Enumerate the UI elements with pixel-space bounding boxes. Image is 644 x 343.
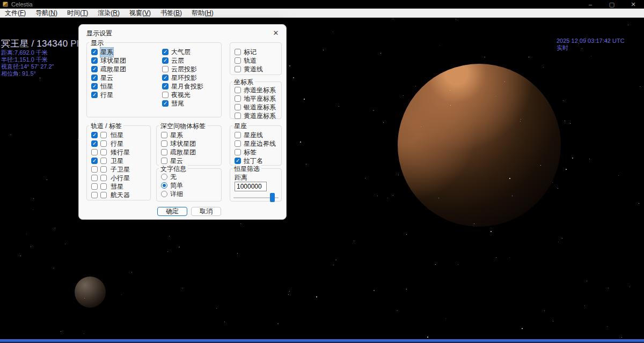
slider-handle[interactable] — [270, 193, 275, 202]
checkbox[interactable] — [161, 149, 167, 155]
checkbox-row-黄道线[interactable]: 黄道线 — [235, 65, 263, 73]
checkbox-row-彗尾[interactable]: 彗尾 — [162, 99, 203, 108]
checkbox-row-标签[interactable]: 标签 — [235, 148, 276, 156]
checkbox[interactable] — [91, 166, 98, 173]
checkbox-row-星环投影[interactable]: 星环投影 — [162, 73, 203, 82]
star-distance-slider[interactable] — [233, 194, 279, 202]
checkbox[interactable] — [162, 74, 169, 81]
radio-row-无[interactable]: 无 — [161, 173, 183, 181]
checkbox[interactable] — [162, 100, 169, 107]
checkbox-row-星座边界线[interactable]: 星座边界线 — [235, 139, 276, 148]
checkbox-row-地平座标系[interactable]: 地平座标系 — [235, 94, 276, 103]
checkbox-row-云层[interactable]: 云层 — [162, 56, 203, 65]
checkbox-row-卫星[interactable]: 卫星 — [91, 156, 130, 165]
star-distance-input[interactable] — [235, 182, 267, 191]
checkbox-row-赤道坐标系[interactable]: 赤道坐标系 — [235, 86, 276, 94]
menu-item-r[interactable]: 渲染(R) — [93, 9, 125, 18]
checkbox-row-恒星[interactable]: 恒星 — [91, 82, 126, 91]
checkbox-row-星系[interactable]: 星系 — [91, 48, 126, 56]
checkbox[interactable] — [235, 57, 241, 64]
checkbox[interactable] — [100, 140, 107, 147]
checkbox-row-黄道座标系[interactable]: 黄道座标系 — [235, 111, 276, 120]
checkbox[interactable] — [100, 158, 107, 164]
checkbox-row-星云[interactable]: 星云 — [91, 73, 126, 82]
checkbox[interactable] — [91, 83, 98, 90]
minimize-button[interactable]: – — [580, 0, 601, 9]
checkbox[interactable] — [235, 49, 241, 55]
checkbox[interactable] — [91, 140, 98, 147]
ok-button[interactable]: 确定 — [157, 207, 187, 216]
checkbox-row-云层投影[interactable]: 云层投影 — [162, 65, 203, 73]
menu-item-b[interactable]: 书签(B) — [156, 9, 187, 18]
checkbox-row-矮行星[interactable]: 矮行星 — [91, 148, 130, 156]
charon-sphere[interactable] — [75, 277, 106, 308]
checkbox-row-行星[interactable]: 行星 — [91, 139, 130, 148]
checkbox-row-子卫星[interactable]: 子卫星 — [91, 165, 130, 174]
checkbox[interactable] — [235, 149, 241, 155]
checkbox[interactable] — [91, 149, 98, 155]
dialog-close-icon[interactable]: ✕ — [271, 28, 281, 38]
checkbox[interactable] — [91, 183, 98, 190]
checkbox[interactable] — [91, 92, 98, 98]
radio-button[interactable] — [161, 182, 167, 189]
checkbox[interactable] — [91, 192, 98, 198]
radio-row-简单[interactable]: 简单 — [161, 181, 183, 190]
menu-item-h[interactable]: 帮助(H) — [187, 9, 218, 18]
radio-button[interactable] — [161, 191, 167, 197]
checkbox-row-行星[interactable]: 行星 — [91, 91, 126, 99]
checkbox[interactable] — [235, 113, 241, 119]
checkbox-row-航天器[interactable]: 航天器 — [91, 191, 130, 199]
checkbox[interactable] — [161, 158, 167, 164]
menu-item-f[interactable]: 文件(F) — [0, 9, 31, 18]
checkbox[interactable] — [235, 87, 241, 93]
checkbox[interactable] — [100, 192, 107, 198]
checkbox[interactable] — [100, 175, 107, 181]
checkbox-row-恒星[interactable]: 恒星 — [91, 131, 130, 139]
checkbox-row-疏散星团[interactable]: 疏散星团 — [161, 148, 196, 156]
radio-row-详细[interactable]: 详细 — [161, 190, 183, 198]
checkbox-row-星系[interactable]: 星系 — [161, 131, 196, 139]
checkbox[interactable] — [91, 49, 98, 55]
radio-button[interactable] — [161, 174, 167, 180]
checkbox-row-轨道[interactable]: 轨道 — [235, 56, 263, 65]
maximize-button[interactable]: ▢ — [601, 0, 623, 9]
checkbox-row-标记[interactable]: 标记 — [235, 48, 263, 56]
cancel-button[interactable]: 取消 — [191, 207, 221, 216]
checkbox[interactable] — [100, 149, 107, 155]
checkbox-row-星座线[interactable]: 星座线 — [235, 131, 276, 139]
checkbox[interactable] — [235, 132, 241, 138]
checkbox[interactable] — [161, 140, 167, 147]
checkbox[interactable] — [235, 104, 241, 110]
checkbox-row-球状星团[interactable]: 球状星团 — [91, 56, 126, 65]
checkbox[interactable] — [162, 57, 169, 64]
checkbox[interactable] — [161, 132, 167, 138]
checkbox[interactable] — [162, 66, 169, 72]
menu-item-n[interactable]: 导航(N) — [31, 9, 62, 18]
checkbox-row-银道座标系[interactable]: 银道座标系 — [235, 103, 276, 111]
checkbox[interactable] — [100, 183, 107, 190]
checkbox[interactable] — [91, 57, 98, 64]
checkbox[interactable] — [162, 92, 169, 98]
menu-item-v[interactable]: 视窗(V) — [125, 9, 156, 18]
checkbox-row-球状星团[interactable]: 球状星团 — [161, 139, 196, 148]
checkbox[interactable] — [91, 175, 98, 181]
checkbox[interactable] — [162, 83, 169, 90]
checkbox-row-大气层[interactable]: 大气层 — [162, 48, 203, 56]
checkbox[interactable] — [162, 49, 169, 55]
checkbox-row-星云[interactable]: 星云 — [161, 156, 196, 165]
checkbox-row-疏散星团[interactable]: 疏散星团 — [91, 65, 126, 73]
checkbox-row-拉丁名[interactable]: 拉丁名 — [235, 156, 276, 165]
checkbox-row-小行星[interactable]: 小行星 — [91, 174, 130, 182]
checkbox[interactable] — [235, 158, 241, 164]
checkbox[interactable] — [235, 95, 241, 102]
checkbox[interactable] — [235, 66, 241, 72]
checkbox[interactable] — [100, 132, 107, 138]
checkbox-row-星月食投影[interactable]: 星月食投影 — [162, 82, 203, 91]
checkbox[interactable] — [91, 66, 98, 72]
checkbox-row-夜视光[interactable]: 夜视光 — [162, 91, 203, 99]
checkbox[interactable] — [235, 140, 241, 147]
close-button[interactable]: ✕ — [623, 0, 644, 9]
checkbox-row-彗星[interactable]: 彗星 — [91, 182, 130, 191]
checkbox[interactable] — [91, 74, 98, 81]
menu-item-t[interactable]: 时间(T) — [62, 9, 93, 18]
